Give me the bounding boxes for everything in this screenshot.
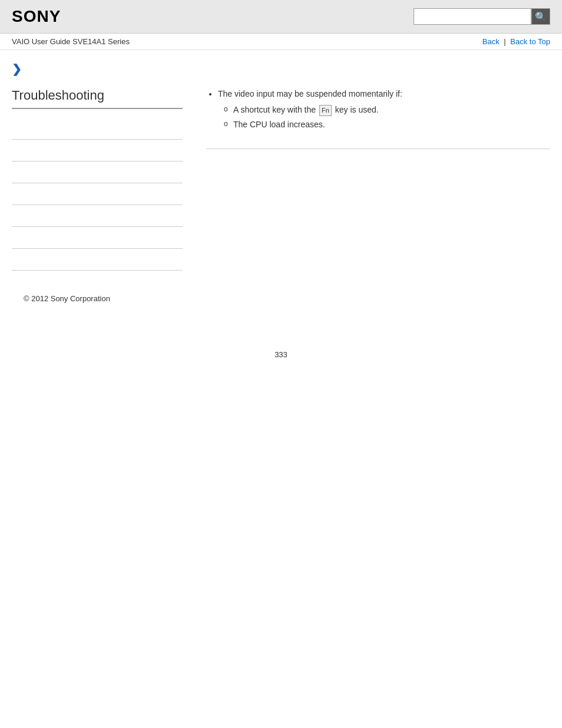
footer: © 2012 Sony Corporation [12, 294, 550, 303]
right-content: The video input may be suspended momenta… [194, 88, 550, 271]
content-layout: Troubleshooting [12, 88, 550, 271]
nav-separator: | [504, 37, 505, 46]
sub-item-text-2: The CPU load increases. [233, 120, 325, 129]
sub-list-item: The CPU load increases. [224, 118, 550, 131]
sidebar-links [12, 118, 183, 271]
search-icon: 🔍 [535, 11, 547, 22]
sidebar: Troubleshooting [12, 88, 194, 271]
sidebar-title: Troubleshooting [12, 88, 183, 109]
sidebar-link-6[interactable] [12, 233, 14, 242]
list-item [12, 183, 183, 205]
list-item [12, 162, 183, 183]
guide-title: VAIO User Guide SVE14A1 Series [12, 37, 130, 46]
list-item [12, 205, 183, 227]
sidebar-link-4[interactable] [12, 190, 14, 199]
sony-logo: SONY [12, 7, 61, 26]
list-item [12, 227, 183, 249]
bullet-item-text: The video input may be suspended momenta… [218, 89, 402, 98]
back-to-top-link[interactable]: Back to Top [510, 37, 550, 46]
sidebar-link-2[interactable] [12, 146, 14, 155]
sub-item-text-1: A shortcut key with the Fn key is used. [233, 105, 379, 114]
main-content: ❯ Troubleshooting [0, 50, 562, 315]
list-item [12, 249, 183, 271]
sidebar-link-3[interactable] [12, 168, 14, 177]
search-button[interactable]: 🔍 [531, 8, 550, 25]
nav-bar: VAIO User Guide SVE14A1 Series Back | Ba… [0, 34, 562, 50]
copyright-text: © 2012 Sony Corporation [24, 294, 110, 303]
search-container: 🔍 [414, 8, 550, 25]
list-item: The video input may be suspended momenta… [218, 88, 550, 131]
bullet-list: The video input may be suspended momenta… [206, 88, 550, 131]
search-input[interactable] [414, 8, 531, 25]
nav-links: Back | Back to Top [482, 37, 550, 46]
breadcrumb-arrow: ❯ [12, 62, 550, 76]
sidebar-link-7[interactable] [12, 255, 14, 264]
list-item [12, 118, 183, 140]
sidebar-link-1[interactable] [12, 124, 14, 133]
back-link[interactable]: Back [482, 37, 500, 46]
page-number: 333 [0, 338, 562, 371]
content-section: The video input may be suspended momenta… [206, 88, 550, 149]
fn-key: Fn [319, 105, 332, 116]
list-item [12, 140, 183, 162]
header: SONY 🔍 [0, 0, 562, 34]
sub-list-item: A shortcut key with the Fn key is used. [224, 104, 550, 116]
sub-list: A shortcut key with the Fn key is used. … [218, 104, 550, 131]
sidebar-link-5[interactable] [12, 212, 14, 220]
